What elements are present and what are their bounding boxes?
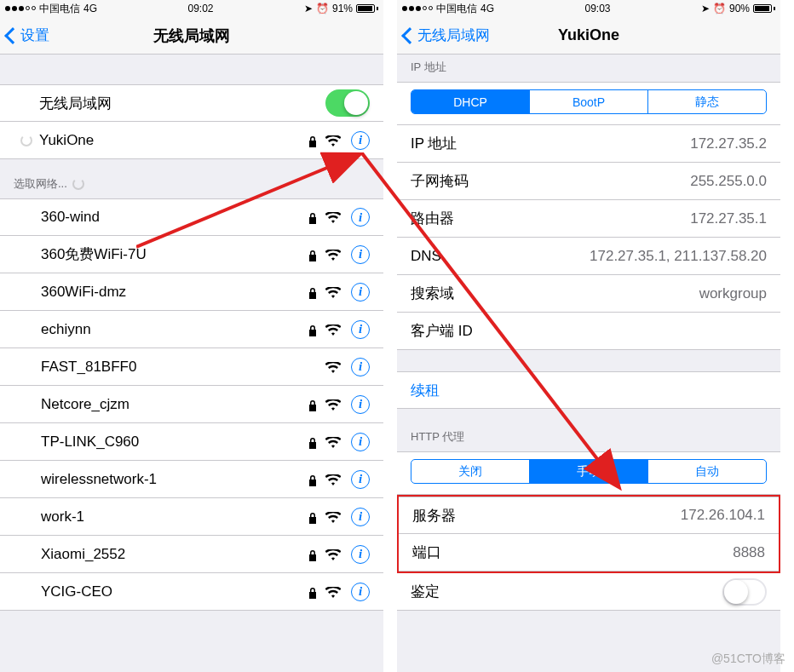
wifi-icon [325,586,341,598]
navbar: 无线局域网 YukiOne [397,17,780,55]
back-button[interactable]: 无线局域网 [404,26,490,45]
lock-icon [308,399,317,411]
lock-icon [308,135,317,146]
proxy-server-row[interactable]: 服务器 172.26.104.1 [399,497,779,534]
proxy-auth-toggle[interactable] [722,578,767,606]
location-icon: ➤ [701,3,710,14]
seg-bootp[interactable]: BootP [530,90,648,113]
info-icon[interactable]: i [351,470,370,489]
lock-icon [308,474,317,485]
lock-icon [308,511,317,523]
wifi-label: 无线局域网 [39,94,325,113]
ip-address-row: IP 地址 172.27.35.2 [397,125,780,163]
proxy-auth-row: 鉴定 [397,573,780,611]
subnet-value: 255.255.0.0 [690,173,767,190]
back-button[interactable]: 设置 [7,26,49,45]
network-label: 4G [480,3,494,14]
choose-network-header: 选取网络... [0,171,383,198]
info-icon[interactable]: i [351,245,370,264]
location-icon: ➤ [304,3,313,14]
page-title: YukiOne [558,26,619,44]
network-row[interactable]: FAST_81BFF0i [0,348,383,386]
network-name: TP-LINK_C960 [41,434,300,451]
dns-label: DNS [411,248,590,265]
searchdomain-row[interactable]: 搜索域 workgroup [397,275,780,313]
searchdomain-value: workgroup [699,285,767,302]
phone-left: 中国电信 4G 09:02 ➤ ⏰ 91% 设置 无线局域网 无线局域网 [0,0,383,672]
connected-network-name: YukiOne [39,132,300,149]
subnet-label: 子网掩码 [411,171,690,191]
battery-percent: 90% [729,3,750,14]
network-name: FAST_81BFF0 [41,359,317,376]
network-name: echiynn [41,321,300,338]
wifi-toggle[interactable] [325,89,370,117]
wifi-icon [325,286,341,298]
choose-network-label: 选取网络... [14,176,67,192]
proxy-server-value: 172.26.104.1 [681,507,765,524]
wifi-icon [325,249,341,261]
network-name: Netcore_cjzm [41,396,300,413]
lock-icon [308,211,317,223]
info-icon[interactable]: i [351,583,370,601]
subnet-row: 子网掩码 255.255.0.0 [397,163,780,200]
network-label: 4G [83,3,97,14]
info-icon[interactable]: i [351,283,370,302]
network-row[interactable]: 360WiFi-dmzi [0,273,383,311]
info-icon[interactable]: i [351,395,370,414]
wifi-icon [325,511,341,523]
network-name: Xiaomi_2552 [41,546,300,563]
dns-row[interactable]: DNS 172.27.35.1, 211.137.58.20 [397,238,780,275]
back-label: 无线局域网 [417,26,490,45]
network-row[interactable]: wirelessnetwork-1i [0,461,383,498]
proxy-header: HTTP 代理 [397,424,780,451]
lock-icon [308,586,317,598]
network-row[interactable]: 360免费WiFi-7Ui [0,236,383,273]
seg-proxy-manual[interactable]: 手动 [530,460,648,483]
network-name: 360WiFi-dmz [41,284,300,301]
network-row[interactable]: Netcore_cjzmi [0,386,383,423]
lock-icon [308,436,317,448]
network-row[interactable]: TP-LINK_C960i [0,423,383,461]
connected-network-row[interactable]: YukiOne i [0,122,383,159]
statusbar: 中国电信 4G 09:02 ➤ ⏰ 91% [0,0,383,17]
info-icon[interactable]: i [351,508,370,526]
seg-static[interactable]: 静态 [648,90,766,113]
alarm-icon: ⏰ [713,3,726,14]
network-name: YCIG-CEO [41,583,300,600]
carrier-label: 中国电信 [39,2,80,16]
highlight-box: 服务器 172.26.104.1 端口 8888 [397,495,780,573]
info-icon[interactable]: i [351,358,370,376]
lock-icon [308,324,317,336]
network-row[interactable]: 360-windi [0,198,383,236]
network-row[interactable]: Xiaomi_2552i [0,536,383,573]
wifi-icon [325,324,341,336]
seg-dhcp[interactable]: DHCP [411,90,530,113]
wifi-icon [325,211,341,223]
battery-icon [753,4,775,13]
info-icon[interactable]: i [351,545,370,564]
spinner-icon [20,135,32,146]
renew-lease-button[interactable]: 续租 [397,371,780,409]
seg-proxy-auto[interactable]: 自动 [648,460,766,483]
wifi-icon [325,135,341,146]
info-icon[interactable]: i [351,320,370,339]
proxy-server-label: 服务器 [412,506,681,526]
network-row[interactable]: work-1i [0,498,383,536]
ip-label: IP 地址 [411,134,690,153]
ip-value: 172.27.35.2 [690,135,767,152]
info-icon[interactable]: i [351,208,370,227]
info-icon[interactable]: i [351,131,370,150]
seg-proxy-off[interactable]: 关闭 [411,460,530,483]
watermark: @51CTO博客 [711,652,785,667]
chevron-left-icon [404,26,415,45]
clientid-row[interactable]: 客户端 ID [397,313,780,350]
proxy-port-row[interactable]: 端口 8888 [399,534,779,571]
signal-icon [402,6,433,11]
network-row[interactable]: echiynni [0,311,383,348]
phone-right: 中国电信 4G 09:03 ➤ ⏰ 90% 无线局域网 YukiOne IP 地… [397,0,780,672]
proxy-auth-label: 鉴定 [411,582,722,601]
clientid-label: 客户端 ID [411,321,767,341]
network-row[interactable]: YCIG-CEOi [0,573,383,611]
statusbar: 中国电信 4G 09:03 ➤ ⏰ 90% [397,0,780,17]
info-icon[interactable]: i [351,433,370,451]
